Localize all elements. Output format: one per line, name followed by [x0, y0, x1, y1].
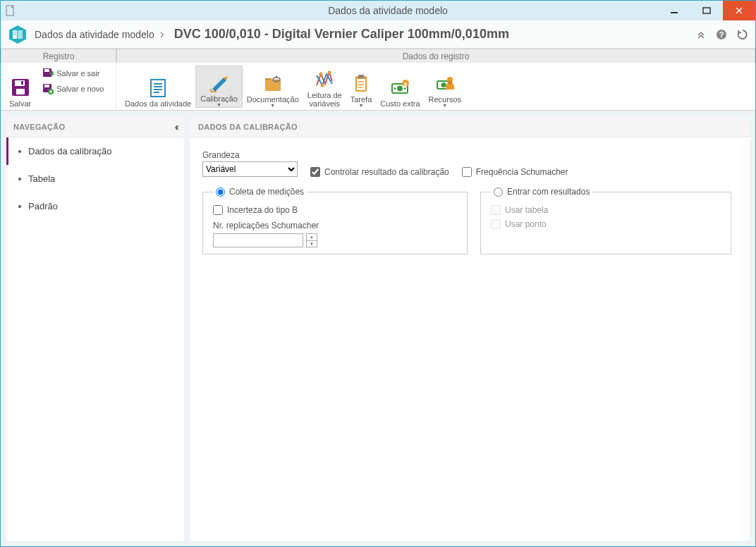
entrar-resultados-label: Entrar com resultados [507, 187, 590, 197]
usar-tabela-checkbox: Usar tabela [491, 205, 721, 215]
save-exit-button[interactable]: Salvar e sair [39, 66, 106, 81]
dropdown-icon: ▼ [359, 104, 364, 108]
svg-point-46 [404, 87, 406, 90]
tarefa-button[interactable]: Tarefa ▼ [346, 66, 377, 108]
controlar-resultado-label: Controlar resultado da calibração [324, 167, 449, 177]
custo-extra-button[interactable]: $ Custo extra [376, 66, 424, 108]
grandeza-select[interactable]: Variável [202, 161, 298, 177]
content-panel: DADOS DA CALIBRAÇÃO Grandeza Variável Co… [190, 116, 750, 541]
dropdown-icon: ▼ [442, 104, 447, 108]
svg-rect-21 [44, 85, 49, 87]
svg-point-36 [321, 84, 324, 87]
spin-down-icon[interactable]: ▼ [307, 241, 317, 247]
nav-item-tabela[interactable]: Tabela [6, 165, 184, 192]
entrar-resultados-fieldset: Entrar com resultados Usar tabela Usar p… [480, 187, 731, 254]
coleta-medicoes-radio[interactable] [216, 188, 225, 197]
calibracao-label: Calibração [200, 93, 238, 103]
incerteza-b-input[interactable] [213, 205, 223, 215]
svg-text:$: $ [404, 81, 408, 87]
ribbon: Salvar Salvar e sair Salvar e novo Dados… [1, 63, 755, 111]
coleta-medicoes-fieldset: Coleta de medições Incerteza do tipo B N… [202, 187, 468, 254]
navigation-header-label: NAVEGAÇÃO [13, 123, 65, 131]
nav-item-label: Dados da calibração [28, 146, 112, 156]
ribbon-tab-strip: Registro Dados do registro [1, 49, 755, 63]
navigation-header: NAVEGAÇÃO ‹‹ [6, 116, 184, 137]
leitura-variaveis-button[interactable]: Leitura devariáveis [303, 66, 346, 108]
usar-ponto-label: Usar ponto [505, 219, 547, 229]
svg-point-34 [319, 73, 323, 76]
svg-point-50 [441, 82, 446, 87]
collapse-up-icon[interactable] [696, 29, 706, 40]
title-bar: Dados da atividade modelo [1, 1, 755, 20]
save-label: Salvar [9, 98, 31, 108]
ribbon-tab-registro: Registro [1, 49, 116, 63]
content-header: DADOS DA CALIBRAÇÃO [190, 116, 750, 137]
svg-point-44 [397, 86, 403, 92]
help-icon[interactable]: ? [716, 29, 727, 40]
breadcrumb-separator-icon: › [160, 27, 164, 42]
documentacao-label: Documentação [247, 94, 299, 104]
maximize-button[interactable] [690, 1, 723, 20]
svg-rect-2 [703, 8, 710, 13]
controlar-resultado-checkbox[interactable]: Controlar resultado da calibração [310, 167, 449, 177]
nr-replicacoes-spinner[interactable]: ▲ ▼ [306, 233, 317, 247]
tarefa-label: Tarefa [350, 94, 372, 104]
ribbon-tab-dados-registro: Dados do registro [116, 49, 755, 63]
spin-up-icon[interactable]: ▲ [307, 234, 317, 241]
custo-extra-label: Custo extra [380, 98, 420, 108]
save-button[interactable]: Salvar [5, 66, 35, 108]
frequencia-schumacher-label: Frequência Schumacher [476, 167, 568, 177]
dados-atividade-label: Dados da atividade [125, 98, 191, 108]
app-logo-icon [8, 25, 28, 44]
breadcrumb-root[interactable]: Dados da atividade modelo [35, 29, 154, 40]
svg-point-45 [394, 87, 396, 90]
save-new-button[interactable]: Salvar e novo [39, 81, 106, 97]
breadcrumb-bar: Dados da atividade modelo › DVC 100/0,01… [1, 20, 755, 49]
dropdown-icon: ▼ [270, 104, 275, 108]
svg-rect-25 [151, 80, 165, 97]
svg-rect-16 [16, 89, 25, 94]
nav-item-padrao[interactable]: Padrão [6, 192, 184, 220]
nav-item-label: Tabela [28, 173, 55, 184]
incerteza-b-checkbox[interactable]: Incerteza do tipo B [213, 205, 457, 215]
svg-rect-6 [13, 30, 17, 39]
calibration-form: Grandeza Variável Controlar resultado da… [190, 137, 750, 267]
usar-tabela-input [491, 205, 501, 215]
collapse-nav-icon[interactable]: ‹‹ [175, 121, 177, 133]
svg-rect-19 [44, 69, 49, 72]
frequencia-schumacher-input[interactable] [462, 167, 472, 177]
dados-atividade-button[interactable]: Dados da atividade [121, 66, 195, 108]
calibracao-button[interactable]: Calibração ▼ [195, 66, 243, 108]
entrar-resultados-legend[interactable]: Entrar com resultados [491, 187, 592, 197]
nav-item-dados-calibracao[interactable]: Dados da calibração [6, 137, 184, 165]
save-new-label: Salvar e novo [56, 85, 104, 93]
recursos-button[interactable]: Recursos ▼ [425, 66, 465, 108]
svg-rect-17 [21, 81, 23, 85]
svg-rect-11 [16, 34, 16, 35]
svg-rect-9 [16, 32, 16, 32]
svg-rect-8 [13, 32, 14, 32]
nr-replicacoes-input[interactable] [213, 233, 303, 247]
breadcrumb-title: DVC 100/0,010 - Digital Vernier Caliper … [174, 27, 509, 42]
svg-rect-10 [13, 34, 14, 35]
incerteza-b-label: Incerteza do tipo B [227, 205, 298, 215]
svg-point-35 [328, 71, 331, 75]
leitura-variaveis-label: Leitura devariáveis [307, 90, 342, 108]
close-button[interactable] [723, 1, 755, 20]
svg-rect-7 [18, 30, 23, 39]
grandeza-label: Grandeza [202, 150, 298, 160]
coleta-medicoes-label: Coleta de medições [229, 187, 304, 197]
usar-tabela-label: Usar tabela [505, 205, 548, 215]
navigation-panel: NAVEGAÇÃO ‹‹ Dados da calibração Tabela … [6, 116, 184, 541]
entrar-resultados-radio[interactable] [494, 188, 503, 197]
refresh-icon[interactable] [737, 29, 748, 40]
minimize-button[interactable] [658, 1, 690, 20]
controlar-resultado-input[interactable] [310, 167, 320, 177]
nr-replicacoes-label: Nr. replicações Schumacher [213, 221, 457, 231]
coleta-medicoes-legend[interactable]: Coleta de medições [213, 187, 307, 197]
documentacao-button[interactable]: Documentação ▼ [243, 66, 303, 108]
window-title: Dados da atividade modelo [20, 5, 755, 16]
nav-item-label: Padrão [28, 201, 58, 211]
dropdown-icon: ▼ [217, 103, 221, 107]
frequencia-schumacher-checkbox[interactable]: Frequência Schumacher [462, 167, 568, 177]
